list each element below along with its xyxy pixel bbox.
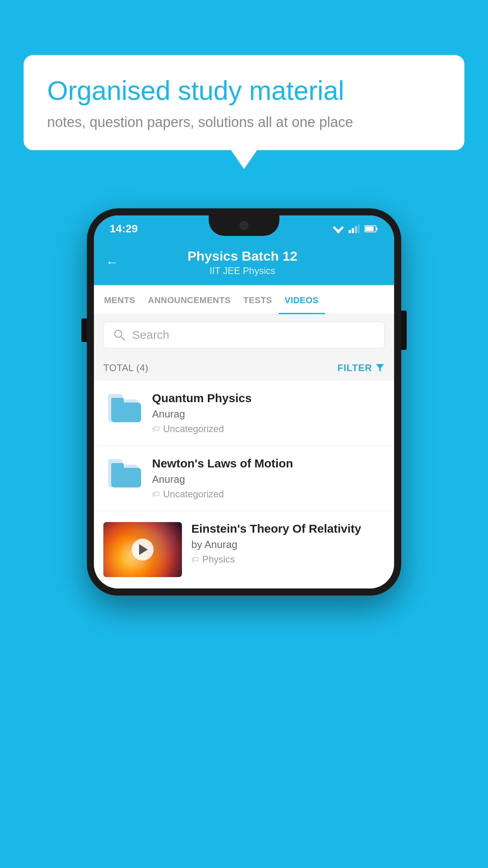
video-list: Quantum Physics Anurag 🏷 Uncategorized (94, 381, 394, 588)
status-icons (333, 224, 378, 233)
notch-camera (240, 221, 248, 230)
app-header: ← Physics Batch 12 IIT JEE Physics (94, 241, 394, 285)
signal-icon (349, 224, 360, 233)
wifi-icon (333, 224, 344, 233)
filter-bar: TOTAL (4) FILTER (94, 355, 394, 381)
phone-screen: 14:29 (94, 215, 394, 588)
tag-label-2: Uncategorized (163, 489, 224, 500)
video-tag-2: 🏷 Uncategorized (152, 489, 385, 500)
filter-button[interactable]: FILTER (338, 362, 385, 373)
list-item[interactable]: Quantum Physics Anurag 🏷 Uncategorized (94, 381, 394, 446)
play-button[interactable] (132, 539, 154, 561)
tab-announcements[interactable]: ANNOUNCEMENTS (142, 285, 237, 314)
header-subtitle: IIT JEE Physics (126, 265, 359, 276)
video-thumbnail-3 (103, 522, 182, 577)
video-title-2: Newton's Laws of Motion (152, 457, 385, 470)
bubble-subtitle: notes, question papers, solutions all at… (47, 114, 441, 131)
tab-ments[interactable]: MENTS (98, 285, 142, 314)
speech-bubble-section: Organised study material notes, question… (24, 55, 464, 150)
video-tag-3: 🏷 Physics (191, 554, 385, 565)
filter-label: FILTER (338, 362, 372, 373)
bubble-title: Organised study material (47, 75, 441, 107)
tag-label-1: Uncategorized (163, 423, 224, 434)
tab-bar: MENTS ANNOUNCEMENTS TESTS VIDEOS (94, 285, 394, 314)
tab-tests[interactable]: TESTS (237, 285, 278, 314)
tag-label-3: Physics (202, 554, 235, 565)
header-title-group: Physics Batch 12 IIT JEE Physics (126, 248, 359, 276)
search-placeholder: Search (132, 328, 169, 342)
phone-mockup: 14:29 (87, 208, 401, 596)
filter-icon (375, 363, 385, 373)
search-bar[interactable]: Search (103, 322, 385, 348)
list-item[interactable]: Newton's Laws of Motion Anurag 🏷 Uncateg… (94, 446, 394, 511)
phone-outer: 14:29 (87, 208, 401, 596)
svg-rect-6 (358, 224, 360, 233)
list-item[interactable]: Einstein's Theory Of Relativity by Anura… (94, 511, 394, 588)
folder-icon-2 (108, 459, 138, 487)
svg-point-10 (115, 330, 122, 337)
status-time: 14:29 (110, 223, 138, 235)
folder-thumb-1 (103, 392, 143, 422)
svg-line-11 (121, 337, 125, 340)
tag-icon-3: 🏷 (191, 555, 199, 564)
video-info-3: Einstein's Theory Of Relativity by Anura… (191, 522, 385, 565)
status-bar: 14:29 (94, 215, 394, 241)
video-author-2: Anurag (152, 473, 385, 485)
video-info-2: Newton's Laws of Motion Anurag 🏷 Uncateg… (152, 457, 385, 500)
total-count: TOTAL (4) (103, 362, 149, 373)
play-triangle-icon (139, 544, 148, 555)
video-info-1: Quantum Physics Anurag 🏷 Uncategorized (152, 392, 385, 434)
battery-icon (364, 225, 378, 233)
video-author-3: by Anurag (191, 539, 385, 551)
video-author-1: Anurag (152, 408, 385, 420)
speech-bubble: Organised study material notes, question… (24, 55, 464, 150)
folder-thumb-2 (103, 457, 143, 487)
notch (209, 215, 279, 236)
folder-icon-1 (108, 394, 138, 422)
search-icon (113, 329, 126, 341)
svg-rect-8 (376, 228, 378, 230)
svg-rect-5 (355, 226, 357, 233)
svg-marker-12 (376, 364, 384, 372)
svg-rect-3 (349, 230, 351, 233)
svg-rect-9 (365, 226, 374, 231)
video-tag-1: 🏷 Uncategorized (152, 423, 385, 434)
back-button[interactable]: ← (106, 255, 118, 270)
search-bar-container: Search (94, 314, 394, 355)
video-title-3: Einstein's Theory Of Relativity (191, 522, 385, 535)
video-title-1: Quantum Physics (152, 392, 385, 405)
tag-icon-2: 🏷 (152, 490, 160, 499)
tab-videos[interactable]: VIDEOS (279, 285, 325, 314)
svg-rect-4 (352, 228, 354, 233)
header-title: Physics Batch 12 (126, 248, 359, 264)
tag-icon-1: 🏷 (152, 425, 160, 434)
